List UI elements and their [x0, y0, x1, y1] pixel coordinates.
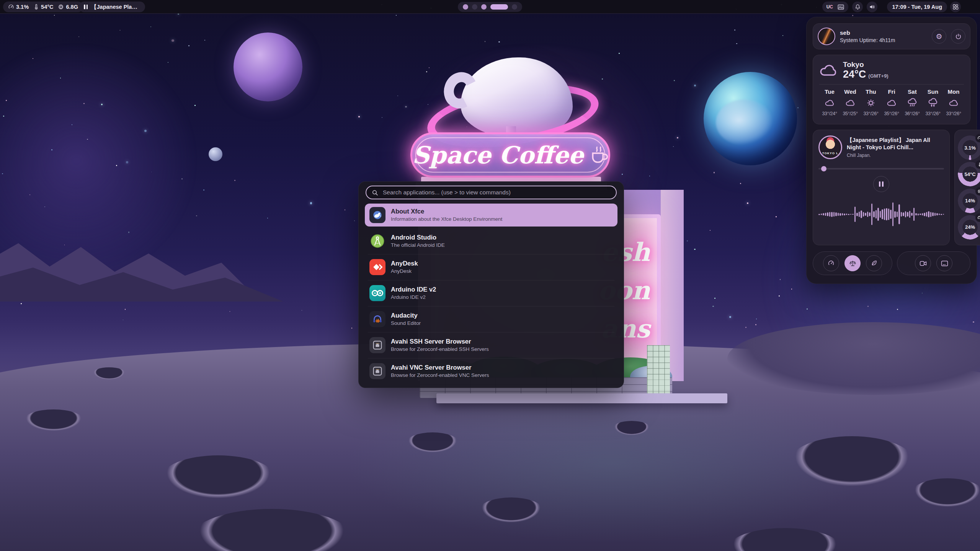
launcher-search[interactable]: [366, 186, 617, 199]
volume-button[interactable]: [867, 2, 877, 12]
cpu-stat: 3.1%: [8, 4, 29, 10]
workspace-dot[interactable]: [481, 4, 487, 10]
forecast-day-label: Fri: [881, 88, 902, 95]
search-input[interactable]: [382, 189, 611, 196]
purple-planet: [234, 33, 302, 101]
app-row-avahi-vnc[interactable]: Avahi VNC Server Browser Browse for Zero…: [365, 360, 617, 383]
seek-bar[interactable]: [818, 166, 944, 171]
seek-track: [818, 168, 944, 170]
workspace-dot[interactable]: [472, 4, 477, 10]
forecast-day: Sun33°/26°: [923, 88, 943, 116]
sign-text: Space Coffee: [412, 141, 584, 169]
top-panel: 3.1% 54°C 6.8G 【Japanese Playlist】 J... …: [0, 0, 980, 14]
powersaver-profile-button[interactable]: [866, 255, 882, 271]
app-row-anydesk[interactable]: AnyDesk AnyDesk: [365, 256, 617, 279]
app-name: Audacity: [391, 311, 421, 320]
forecast-day: Tue33°/24°: [819, 88, 840, 116]
pause-button[interactable]: [873, 176, 889, 192]
chip-icon: [58, 4, 64, 10]
gear-icon: ⚙: [936, 33, 942, 40]
crater: [479, 497, 544, 524]
track-subtitle: Chill Japan.: [847, 153, 944, 158]
app-row-about-xfce[interactable]: About Xfce Information about the Xfce De…: [365, 204, 617, 227]
temperature-gauge: 54°C: [958, 162, 980, 186]
speaker-icon: [869, 4, 875, 10]
settings-button[interactable]: ⚙: [932, 29, 946, 44]
screen-record-button[interactable]: [915, 255, 931, 271]
pause-icon: [84, 5, 88, 9]
pause-icon: [879, 181, 880, 187]
weather-widget: Tokyo 24°C (GMT+9) Tue33°/24°Wed35°/25°T…: [813, 55, 970, 124]
app-name: AnyDesk: [391, 259, 418, 267]
now-playing-pill[interactable]: 【Japanese Playlist】 J...: [79, 2, 145, 12]
forecast-day-label: Sun: [923, 88, 943, 95]
audacity-icon: [369, 311, 385, 327]
now-playing-label: 【Japanese Playlist】 J...: [91, 3, 140, 11]
android-studio-icon: [369, 233, 385, 249]
app-grid-button[interactable]: [950, 2, 961, 12]
app-description: Browse for Zeroconf-enabled VNC Servers: [391, 372, 489, 379]
crater: [789, 436, 915, 490]
mem-stat: 6.8G: [58, 4, 78, 10]
shop-step: [436, 393, 727, 403]
crater: [92, 367, 126, 380]
power-button[interactable]: [951, 29, 965, 44]
xfce-mouse-icon: [369, 207, 385, 223]
forecast-day-label: Tue: [819, 88, 840, 95]
clock-pill[interactable]: 17:09 - Tue, 19 Aug: [887, 2, 947, 12]
space-coffee-sign: Space Coffee: [410, 132, 610, 178]
divider: [819, 84, 964, 85]
desktop: esh oon ans Space Coffee: [0, 0, 980, 551]
app-description: The official Android IDE: [391, 242, 445, 249]
album-art[interactable]: TOKYO L: [818, 135, 842, 159]
uptime-label: System Uptime: 4h11m: [840, 37, 927, 43]
speedometer-icon: [828, 260, 835, 267]
app-description: Browse for Zeroconf-enabled SSH Servers: [391, 346, 489, 353]
cloud-icon: [819, 63, 838, 77]
video-camera-icon: [920, 260, 927, 267]
system-stats-pill[interactable]: 3.1% 54°C 6.8G: [3, 2, 83, 12]
temp-value: 54°C: [41, 4, 53, 10]
rain-icon: [902, 97, 923, 109]
app-name: Android Studio: [391, 233, 445, 241]
workspace-dot[interactable]: [490, 4, 508, 10]
workspace-dot[interactable]: [512, 4, 517, 10]
performance-profile-button[interactable]: [823, 255, 839, 271]
forecast-temps: 33°/26°: [943, 111, 964, 116]
app-description: Arduino IDE v2: [391, 294, 436, 301]
workspace-dot[interactable]: [463, 4, 468, 10]
crater: [161, 455, 276, 501]
seek-thumb[interactable]: [821, 166, 826, 171]
power-profile-group: [813, 251, 892, 275]
album-caption: TOKYO L: [820, 152, 841, 155]
workspace-indicator[interactable]: [458, 2, 522, 12]
app-row-arduino[interactable]: Arduino IDE v2 Arduino IDE v2: [365, 282, 617, 305]
earth-clouds: [716, 99, 773, 145]
crater: [406, 432, 459, 454]
tray-pill[interactable]: UC: [822, 2, 848, 12]
forecast-temps: 33°/24°: [819, 111, 840, 116]
network-port-icon: [369, 363, 385, 379]
forecast-day: Fri35°/26°: [881, 88, 902, 116]
cpu-value: 3.1%: [16, 4, 29, 10]
capture-group: [897, 251, 970, 275]
weather-temp: 24°C: [843, 69, 866, 80]
app-row-avahi-ssh[interactable]: Avahi SSH Server Browser Browse for Zero…: [365, 334, 617, 357]
heavy-rain-icon: [923, 97, 943, 109]
forecast-day: Mon33°/26°: [943, 88, 964, 116]
crater: [911, 478, 980, 509]
forecast-day-label: Thu: [861, 88, 881, 95]
sun-icon: [861, 97, 881, 109]
screenshot-button[interactable]: [936, 255, 952, 271]
clock-label: 17:09 - Tue, 19 Aug: [892, 4, 942, 10]
disk-gauge: 24%: [958, 215, 980, 240]
app-row-android-studio[interactable]: Android Studio The official Android IDE: [365, 230, 617, 253]
balanced-profile-button[interactable]: [844, 255, 861, 271]
notifications-button[interactable]: [852, 2, 863, 12]
avatar[interactable]: [818, 28, 835, 45]
cloud-icon: [881, 97, 902, 109]
app-row-audacity[interactable]: Audacity Sound Editor: [365, 308, 617, 331]
username: seb: [840, 29, 927, 36]
forecast-day: Wed35°/25°: [840, 88, 861, 116]
crater: [23, 409, 84, 432]
